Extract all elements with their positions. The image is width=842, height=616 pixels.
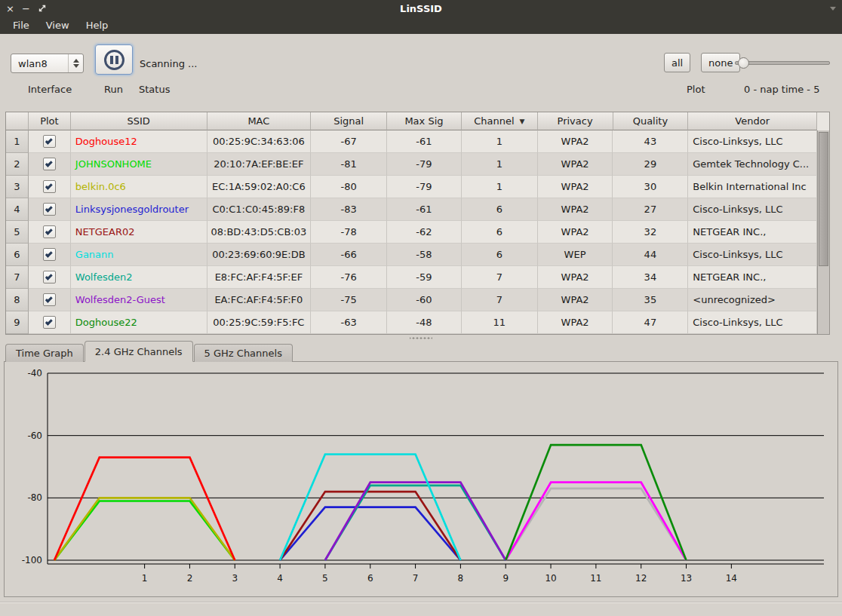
cell-privacy: WPA2: [538, 311, 613, 334]
interface-value: wlan8: [18, 58, 48, 69]
svg-text:10: 10: [545, 573, 556, 584]
slider-handle[interactable]: [738, 57, 749, 69]
plot-checkbox[interactable]: [43, 225, 56, 238]
table-row[interactable]: 6Ganann00:23:69:60:9E:DB-66-586WEP44Cisc…: [6, 244, 817, 266]
table-scrollbar[interactable]: [817, 130, 829, 334]
cell-signal: -66: [311, 244, 387, 266]
cell-privacy: WPA2: [538, 153, 613, 176]
col-header-label: Vendor: [735, 115, 770, 127]
plot-checkbox[interactable]: [43, 271, 56, 283]
maximize-icon[interactable]: [36, 3, 48, 14]
col-header-privacy[interactable]: Privacy: [538, 112, 613, 130]
run-pause-button[interactable]: [95, 44, 133, 75]
table-row[interactable]: 9Doghouse2200:25:9C:59:F5:FC-63-4811WPA2…: [6, 311, 817, 334]
cell-max-sig: -59: [387, 266, 462, 289]
plot-checkbox[interactable]: [43, 248, 56, 261]
col-header-label: Max Sig: [404, 115, 443, 127]
cell-max-sig: -62: [387, 221, 462, 244]
row-number: 3: [6, 176, 29, 198]
minimize-icon[interactable]: −: [20, 3, 32, 14]
naptime-slider[interactable]: [733, 53, 831, 72]
cell-vendor: Cisco-Linksys, LLC: [688, 130, 817, 153]
window-shade-icon[interactable]: [830, 7, 836, 11]
spin-down-icon: [73, 64, 79, 68]
close-icon[interactable]: ×: [5, 3, 16, 14]
cell-signal: -83: [311, 198, 387, 221]
cell-channel: 7: [462, 289, 538, 311]
cell-mac: 00:25:9C:59:F5:FC: [207, 311, 312, 334]
table-row[interactable]: 1Doghouse1200:25:9C:34:63:06-67-611WPA24…: [6, 130, 817, 153]
col-header-channel[interactable]: Channel▼: [462, 112, 538, 130]
cell-quality: 35: [613, 289, 688, 311]
channel-chart-pane: -40-60-80-1001234567891011121314: [4, 361, 838, 597]
cell-signal: -76: [311, 266, 387, 289]
splitter-grip[interactable]: [410, 336, 432, 340]
menu-file[interactable]: File: [5, 18, 38, 32]
plot-all-button[interactable]: all: [664, 53, 690, 72]
check-icon: [45, 228, 53, 235]
menu-view[interactable]: View: [38, 18, 78, 32]
menubar: FileViewHelp: [0, 17, 842, 34]
status-text: Scanning ...: [140, 58, 197, 69]
svg-text:14: 14: [726, 573, 737, 584]
tab-5-ghz-channels[interactable]: 5 GHz Channels: [194, 344, 293, 362]
check-icon: [45, 182, 53, 190]
table-row[interactable]: 4LinksysjonesgoldrouterC0:C1:C0:45:89:F8…: [6, 198, 817, 221]
check-icon: [45, 137, 53, 145]
cell-privacy: WPA2: [538, 130, 613, 153]
cell-ssid: Wolfesden2-Guest: [71, 289, 207, 311]
check-icon: [45, 273, 53, 280]
cell-mac: C0:C1:C0:45:89:F8: [207, 198, 312, 221]
status-bar: [0, 602, 842, 615]
col-header-ssid[interactable]: SSID: [71, 112, 207, 130]
x-axis-labels: 1234567891011121314: [142, 573, 737, 584]
tab-2-4-ghz-channels[interactable]: 2.4 GHz Channels: [85, 341, 193, 362]
plot-checkbox[interactable]: [43, 135, 56, 148]
channel-trace-unlisted-gray: [506, 489, 686, 560]
col-header-plot[interactable]: Plot: [29, 112, 71, 130]
table-row[interactable]: 8Wolfesden2-GuestEA:FC:AF:F4:5F:F0-75-60…: [6, 289, 817, 311]
col-header-mac[interactable]: MAC: [207, 112, 312, 130]
table-row[interactable]: 7Wolfesden2E8:FC:AF:F4:5F:EF-76-597WPA23…: [6, 266, 817, 289]
check-icon: [45, 250, 53, 258]
interface-select[interactable]: wlan8: [11, 54, 84, 73]
menu-help[interactable]: Help: [78, 18, 117, 32]
combo-spinner-icon: [68, 54, 83, 72]
cell-quality: 34: [613, 266, 688, 289]
window-title: LinSSID: [0, 3, 842, 14]
col-header-label: Signal: [333, 115, 364, 127]
cell-vendor: <unrecognized>: [688, 289, 817, 311]
scrollbar-thumb[interactable]: [819, 132, 828, 266]
col-header-label: SSID: [127, 115, 149, 127]
plot-cell: [29, 153, 71, 176]
axes: [48, 373, 824, 568]
svg-text:7: 7: [413, 573, 419, 584]
table-row[interactable]: 5NETGEAR0208:BD:43:D5:CB:03-78-626WPA232…: [6, 221, 817, 244]
cell-privacy: WPA2: [538, 289, 613, 311]
cell-channel: 1: [462, 130, 538, 153]
table-corner-cell: [6, 112, 29, 130]
col-header-max-sig[interactable]: Max Sig: [387, 112, 462, 130]
plot-checkbox[interactable]: [43, 180, 56, 193]
pane-splitter[interactable]: [0, 335, 842, 341]
cell-quality: 30: [613, 176, 688, 198]
tab-time-graph[interactable]: Time Graph: [5, 344, 84, 362]
cell-mac: 08:BD:43:D5:CB:03: [207, 221, 312, 244]
col-header-quality[interactable]: Quality: [613, 112, 689, 130]
channel-trace-unlisted-magenta: [506, 483, 686, 560]
cell-max-sig: -48: [387, 311, 462, 334]
channels-chart: -40-60-80-1001234567891011121314: [5, 362, 837, 596]
plot-checkbox[interactable]: [43, 203, 56, 216]
table-row[interactable]: 2JOHNSONHOME20:10:7A:EF:BE:EF-81-791WPA2…: [6, 153, 817, 176]
cell-privacy: WPA2: [538, 221, 613, 244]
cell-vendor: Cisco-Linksys, LLC: [688, 198, 817, 221]
col-header-vendor[interactable]: Vendor: [688, 112, 817, 130]
plot-checkbox[interactable]: [43, 316, 56, 329]
plot-cell: [29, 266, 71, 289]
col-header-signal[interactable]: Signal: [311, 112, 387, 130]
table-row[interactable]: 3belkin.0c6EC:1A:59:02:A0:C6-80-791WPA23…: [6, 176, 817, 198]
channel-trace-wolfesden2: [325, 486, 506, 560]
plot-checkbox[interactable]: [43, 158, 56, 170]
channel-trace-belkin-0c6: [54, 498, 235, 560]
plot-checkbox[interactable]: [43, 293, 56, 306]
